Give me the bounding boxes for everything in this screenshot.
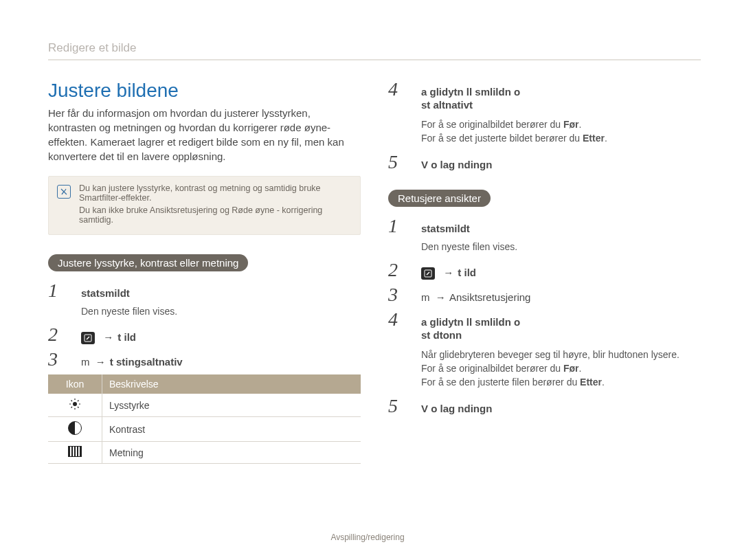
step-number: 5 [388,153,405,172]
step-1: 1 statsmildt [48,281,361,300]
breadcrumb: Redigere et bilde [48,41,701,60]
step-3-target: t stingsaltnativ [110,356,183,368]
step-3-target: Ansiktsretusjering [449,291,530,303]
step-1-head: statsmildt [421,223,470,234]
svg-line-7 [78,407,79,408]
step-3-prefix: m [421,291,430,303]
footer-label: Avspilling/redigering [330,533,404,542]
step-4-sub1b: Før [563,119,579,130]
note-line-1: Du kan justere lysstyrke, kontrast og me… [79,183,352,203]
step-4-sub2b: Etter [583,133,605,144]
edit-icon [421,267,435,280]
svg-line-9 [78,401,79,402]
step-2-tail: t ild [458,267,476,278]
step-number: 5 [388,396,405,416]
page-title: Justere bildene [48,80,361,102]
step-4-sub1b: Før [563,363,579,374]
brightness-icon [69,398,81,410]
content-columns: Justere bildene Her får du informasjon o… [48,80,701,464]
arrow-icon: → [433,291,447,303]
step-number: 4 [388,80,405,99]
note-icon [57,185,71,199]
edit-icon [81,332,95,344]
step-5-text: V o lag ndingn [421,159,492,170]
table-cell: Metning [102,442,361,464]
step-4-line1: a glidytn ll smlildn o [421,86,520,98]
step-5: 5 V o lag ndingn [388,396,701,416]
svg-line-8 [71,407,73,408]
step-2: 2 → t ild [388,260,701,280]
left-column: Justere bildene Her får du informasjon o… [48,80,361,464]
step-4: 4 a glidytn ll smlildn o st altnativt [388,80,701,112]
intro-text: Her får du informasjon om hvordan du jus… [48,106,361,164]
table-cell: Kontrast [102,417,361,442]
table-header-desc: Beskrivelse [102,374,361,394]
step-number: 2 [388,260,405,280]
note-line-2: Du kan ikke bruke Ansiktsretusjering og … [79,205,352,225]
step-1-sub: Den nyeste filen vises. [421,241,701,252]
arrow-icon: → [93,356,107,368]
step-3: 3 m → Ansiktsretusjering [388,285,701,304]
table-row: Metning [48,442,361,464]
step-4-sub2a: For å se det justerte bildet berører du [421,133,583,144]
step-3: 3 m → t stingsaltnativ [48,350,361,369]
arrow-icon: → [440,267,455,278]
step-4: 4 a glidytn ll smlildn o st dtonn [388,310,701,342]
svg-line-6 [71,401,73,402]
steps-adjust: 1 statsmildt Den nyeste filen vises. 2 →… [48,281,361,369]
step-1: 1 statsmildt [388,216,701,236]
svg-point-1 [73,402,77,406]
step-5: 5 V o lag ndingn [388,153,701,172]
step-number: 2 [48,325,65,344]
options-table: Ikon Beskrivelse Lysstyrke Kontrast [48,374,361,464]
step-1-head: statsmildt [81,287,130,299]
arrow-icon: → [100,331,115,343]
step-4-sub0: Når glidebryteren beveger seg til høyre,… [421,348,701,361]
steps-adjust-continued: 4 a glidytn ll smlildn o st altnativt Fo… [388,80,701,172]
saturation-icon [68,446,82,457]
step-number: 1 [48,281,65,300]
table-row: Lysstyrke [48,394,361,417]
step-1-sub: Den nyeste filen vises. [81,306,361,317]
note-box: Du kan justere lysstyrke, kontrast og me… [48,176,361,235]
step-number: 1 [388,216,405,236]
table-cell: Lysstyrke [102,394,361,417]
step-4-line2: st dtonn [421,329,520,341]
step-3-prefix: m [81,356,90,368]
step-number: 3 [48,350,65,369]
subsection-pill-retouch: Retusjere ansikter [388,190,491,207]
step-number: 4 [388,310,405,329]
step-4-line1: a glidytn ll smlildn o [421,316,520,328]
step-number: 3 [388,285,405,304]
page-footer: Avspilling/redigering [0,533,742,542]
step-2-tail: t ild [117,331,136,343]
contrast-icon [68,421,82,435]
step-4-sub1a: For å se originalbildet berører du [421,363,563,374]
step-4-sub1a: For å se originalbildet berører du [421,119,563,130]
step-4-sub2b: Etter [580,377,602,388]
step-4-line2: st altnativt [421,99,520,111]
table-header-icon: Ikon [48,374,102,394]
step-4-sub2a: For å se den justerte filen berører du [421,377,580,388]
right-column: 4 a glidytn ll smlildn o st altnativt Fo… [388,80,701,464]
subsection-pill-adjust: Justere lysstyrke, kontrast eller metnin… [48,254,248,271]
table-row: Kontrast [48,417,361,442]
step-5-text: V o lag ndingn [421,403,492,414]
step-2: 2 → t ild [48,325,361,344]
steps-retouch: 1 statsmildt Den nyeste filen vises. 2 →… [388,216,701,416]
